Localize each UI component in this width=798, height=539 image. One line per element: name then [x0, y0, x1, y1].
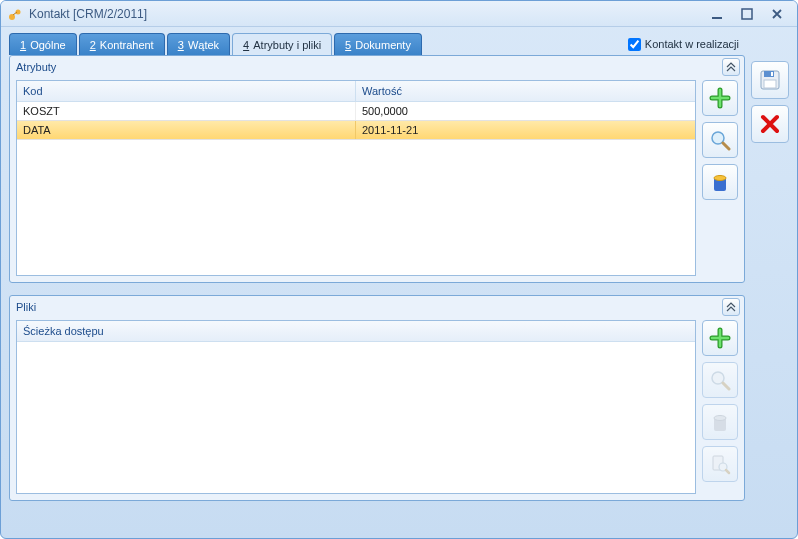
trash-icon: [709, 171, 731, 193]
tab-thread[interactable]: 3 Wątek: [167, 33, 230, 55]
files-grid[interactable]: Ścieżka dostępu: [16, 320, 696, 494]
tab-documents[interactable]: 5 Dokumenty: [334, 33, 422, 55]
svg-rect-15: [764, 80, 776, 88]
plus-icon: [709, 327, 731, 349]
window-controls: [709, 6, 791, 22]
tabstrip: 1 Ogólne 2 Kontrahent 3 Wątek 4 Atrybuty…: [9, 33, 745, 55]
svg-rect-2: [712, 17, 722, 19]
files-panel: Pliki Ścieżka dostępu: [9, 295, 745, 501]
svg-rect-3: [742, 9, 752, 19]
contact-window: Kontakt [CRM/2/2011] 1 Ogólne 2 Kontrahe…: [0, 0, 798, 539]
table-row[interactable]: KOSZT 500,0000: [17, 102, 695, 121]
attribute-delete-button[interactable]: [702, 164, 738, 200]
in-realization-label: Kontakt w realizacji: [645, 38, 739, 50]
cell-wartosc: 2011-11-21: [356, 121, 695, 139]
svg-line-5: [723, 143, 729, 149]
chevron-up-double-icon: [726, 62, 736, 72]
svg-line-8: [723, 383, 729, 389]
col-kod[interactable]: Kod: [17, 81, 356, 101]
file-attach-button[interactable]: [702, 446, 738, 482]
x-icon: [759, 113, 781, 135]
attributes-legend: Atrybuty: [16, 61, 722, 73]
attributes-collapse-button[interactable]: [722, 58, 740, 76]
tab-attributes-files[interactable]: 4 Atrybuty i pliki: [232, 33, 332, 55]
attribute-add-button[interactable]: [702, 80, 738, 116]
file-view-button[interactable]: [702, 362, 738, 398]
file-add-button[interactable]: [702, 320, 738, 356]
table-row[interactable]: DATA 2011-11-21: [17, 121, 695, 140]
svg-point-6: [714, 176, 726, 181]
floppy-icon: [758, 68, 782, 92]
cell-kod: KOSZT: [17, 102, 356, 120]
magnifier-document-icon: [709, 453, 731, 475]
attributes-grid[interactable]: Kod Wartość KOSZT 500,0000 DATA 2011-11-…: [16, 80, 696, 276]
maximize-button[interactable]: [739, 6, 755, 22]
chevron-up-double-icon: [726, 302, 736, 312]
cancel-button[interactable]: [751, 105, 789, 143]
col-wartosc[interactable]: Wartość: [356, 81, 695, 101]
attributes-panel: Atrybuty Kod Wartość KOSZT: [9, 55, 745, 283]
window-title: Kontakt [CRM/2/2011]: [29, 7, 709, 21]
files-collapse-button[interactable]: [722, 298, 740, 316]
minimize-button[interactable]: [709, 6, 725, 22]
svg-point-9: [714, 416, 726, 421]
col-path[interactable]: Ścieżka dostępu: [17, 321, 695, 341]
titlebar: Kontakt [CRM/2/2011]: [1, 1, 797, 27]
close-button[interactable]: [769, 6, 785, 22]
magnifier-icon: [709, 369, 731, 391]
trash-icon: [709, 411, 731, 433]
svg-rect-16: [771, 72, 773, 76]
file-delete-button[interactable]: [702, 404, 738, 440]
svg-point-0: [9, 14, 15, 20]
cell-wartosc: 500,0000: [356, 102, 695, 120]
in-realization-input[interactable]: [628, 38, 641, 51]
svg-line-12: [726, 470, 729, 473]
app-icon: [7, 6, 23, 22]
tab-contractor[interactable]: 2 Kontrahent: [79, 33, 165, 55]
cell-kod: DATA: [17, 121, 356, 139]
files-legend: Pliki: [16, 301, 722, 313]
tab-general[interactable]: 1 Ogólne: [9, 33, 77, 55]
save-button[interactable]: [751, 61, 789, 99]
attribute-view-button[interactable]: [702, 122, 738, 158]
magnifier-icon: [709, 129, 731, 151]
plus-icon: [709, 87, 731, 109]
in-realization-checkbox[interactable]: Kontakt w realizacji: [622, 38, 745, 51]
